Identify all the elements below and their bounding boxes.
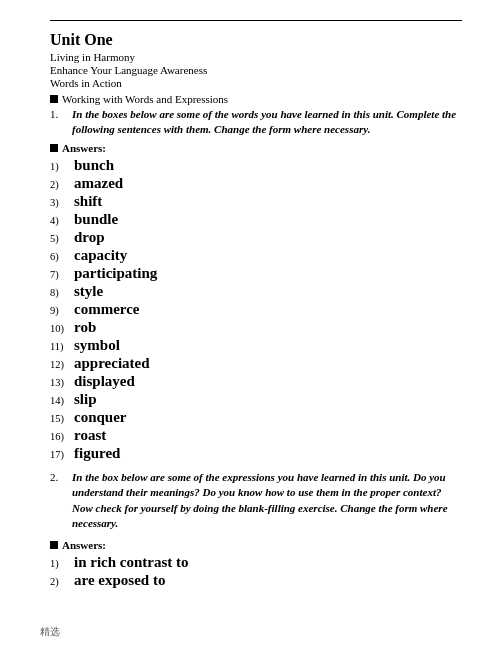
answer-word: appreciated: [74, 355, 150, 372]
subtitle-2: Enhance Your Language Awareness: [50, 64, 462, 76]
answers-header-2: Answers:: [50, 539, 462, 551]
list-item: 10)rob: [50, 319, 462, 336]
answer-phrase: are exposed to: [74, 572, 165, 589]
bullet-icon: [50, 95, 58, 103]
list-item: 7)participating: [50, 265, 462, 282]
answer-word: style: [74, 283, 103, 300]
list-item: 11)symbol: [50, 337, 462, 354]
answer-word: commerce: [74, 301, 140, 318]
answer-num: 4): [50, 215, 74, 226]
answer-num: 9): [50, 305, 74, 316]
answers-bullet-icon: [50, 144, 58, 152]
answer-num: 15): [50, 413, 74, 424]
question-2-text: In the box below are some of the express…: [72, 470, 462, 532]
question-2-num: 2.: [50, 470, 72, 483]
answer-num: 13): [50, 377, 74, 388]
answer-word: bunch: [74, 157, 114, 174]
answer-num: 17): [50, 449, 74, 460]
list-item: 9)commerce: [50, 301, 462, 318]
answer-word: conquer: [74, 409, 127, 426]
answer-word: bundle: [74, 211, 118, 228]
list-item: 6)capacity: [50, 247, 462, 264]
section-header: Working with Words and Expressions: [50, 93, 462, 105]
answer-list-1: 1)bunch2)amazed3)shift4)bundle5)drop6)ca…: [50, 157, 462, 462]
list-item: 16)roast: [50, 427, 462, 444]
list-item: 14)slip: [50, 391, 462, 408]
answer-word: symbol: [74, 337, 120, 354]
answer-num: 1): [50, 161, 74, 172]
answer-num: 16): [50, 431, 74, 442]
list-item: 15)conquer: [50, 409, 462, 426]
answer-num: 12): [50, 359, 74, 370]
answer-num: 3): [50, 197, 74, 208]
list-item: 8)style: [50, 283, 462, 300]
answer-list-2: 1)in rich contrast to2)are exposed to: [50, 554, 462, 589]
subtitle-1: Living in Harmony: [50, 51, 462, 63]
answer-word: capacity: [74, 247, 127, 264]
list-item: 4)bundle: [50, 211, 462, 228]
question-1-text: In the boxes below are some of the words…: [72, 107, 462, 138]
answers-bullet-icon-2: [50, 541, 58, 549]
answer-word: roast: [74, 427, 106, 444]
answer-word: participating: [74, 265, 157, 282]
question-1: 1. In the boxes below are some of the wo…: [50, 107, 462, 138]
answer-word: displayed: [74, 373, 135, 390]
answers-header-1: Answers:: [50, 142, 462, 154]
list-item: 3)shift: [50, 193, 462, 210]
list-item: 5)drop: [50, 229, 462, 246]
answer-num: 2): [50, 179, 74, 190]
top-divider: [50, 20, 462, 21]
answer-num: 7): [50, 269, 74, 280]
answer-num: 5): [50, 233, 74, 244]
answer-num: 1): [50, 558, 74, 569]
answer-word: shift: [74, 193, 102, 210]
answer-num: 8): [50, 287, 74, 298]
list-item: 13)displayed: [50, 373, 462, 390]
answer-word: slip: [74, 391, 97, 408]
answer-word: drop: [74, 229, 105, 246]
list-item: 2)are exposed to: [50, 572, 462, 589]
answer-num: 11): [50, 341, 74, 352]
answer-num: 6): [50, 251, 74, 262]
unit-title: Unit One: [50, 31, 462, 49]
list-item: 12)appreciated: [50, 355, 462, 372]
answer-word: amazed: [74, 175, 123, 192]
question-1-num: 1.: [50, 107, 72, 120]
subtitle-3: Words in Action: [50, 77, 462, 89]
question-2: 2. In the box below are some of the expr…: [50, 470, 462, 536]
answer-word: figured: [74, 445, 120, 462]
answer-phrase: in rich contrast to: [74, 554, 189, 571]
list-item: 1)in rich contrast to: [50, 554, 462, 571]
answer-num: 14): [50, 395, 74, 406]
list-item: 17)figured: [50, 445, 462, 462]
answer-num: 2): [50, 576, 74, 587]
list-item: 1)bunch: [50, 157, 462, 174]
answer-word: rob: [74, 319, 96, 336]
list-item: 2)amazed: [50, 175, 462, 192]
footer: 精选: [40, 625, 60, 639]
answer-num: 10): [50, 323, 74, 334]
